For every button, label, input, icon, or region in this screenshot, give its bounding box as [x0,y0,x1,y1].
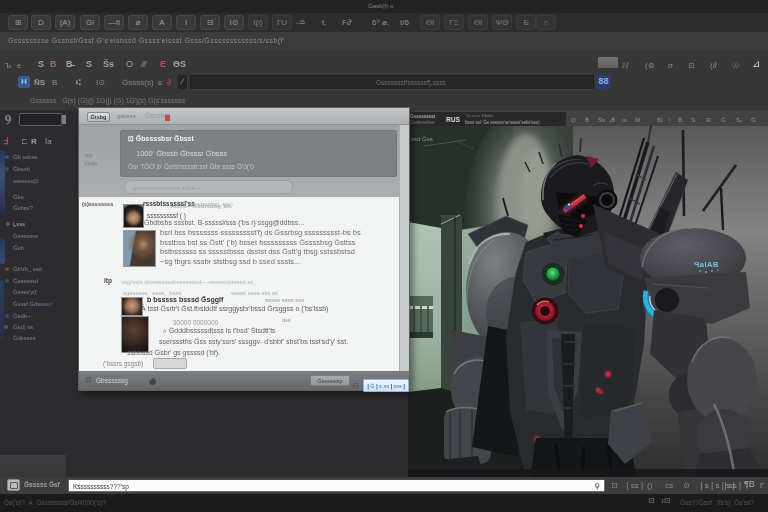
svg-text:₁B̈: ₁B̈ [609,117,615,123]
svg-text:ϤaIAB: ϤaIAB [694,260,719,269]
svg-text:ıs: ıs [622,117,627,123]
svg-text:B̈): B̈) [657,117,663,123]
svg-text:¨: ¨ [647,117,649,123]
svg-text:RUS: RUS [446,116,460,123]
svg-text:˥: ˥ [668,117,670,123]
svg-text:M̈: M̈ [635,117,640,123]
svg-text:G̈: G̈ [751,117,756,123]
svg-text:B̈: B̈ [678,117,682,123]
svg-text:ssd G̈ss: ssd G̈ss [411,136,433,142]
svg-text:S̈s: S̈s [598,117,605,123]
svg-text:B̈: B̈ [585,117,589,123]
svg-text:*s) ss'ss' b'bsbs: *s) ss'ss' b'bsbs [465,113,493,118]
svg-text:bsss sst' G̈s ssssss'ss'sssst': bsss sst' G̈s ssssss'ss'sssst'ssbs'sss) [465,119,540,125]
svg-text:Ǫ: Ǫ [571,117,576,123]
svg-text:G̈ssbsssbss: G̈ssbsssbss [410,119,435,125]
svg-text:S̈: S̈ [691,117,695,123]
svg-text:S̈ᵧ: S̈ᵧ [736,117,742,123]
svg-text:G̈sssssssst: G̈sssssssst [410,113,436,119]
svg-text:G̈: G̈ [721,117,726,123]
